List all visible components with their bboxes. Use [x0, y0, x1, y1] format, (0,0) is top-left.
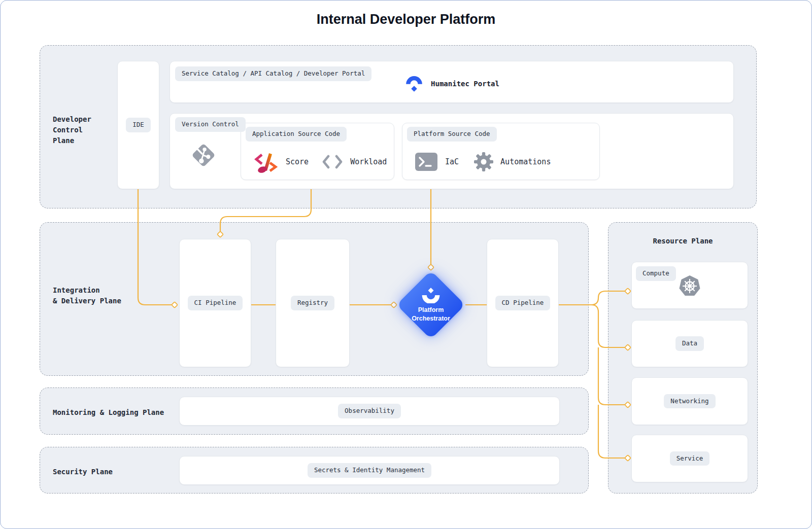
- compute-label: Compute: [636, 266, 676, 281]
- application-source-code-chip: Application Source Code: [246, 127, 347, 142]
- gear-icon: [474, 152, 493, 171]
- platform-orchestrator-node: PlatformOrchestrator: [396, 270, 465, 339]
- registry-node: Registry: [276, 239, 350, 367]
- service-label: Service: [670, 451, 710, 466]
- version-control-card: Version Control Application Source Code: [170, 113, 734, 189]
- resource-plane-title: Resource Plane: [608, 237, 758, 245]
- monitoring-plane-label: Monitoring & Logging Plane: [53, 407, 164, 418]
- cd-pipeline-node: CD Pipeline: [487, 239, 559, 367]
- automations-label: Automations: [500, 157, 551, 166]
- compute-node: Compute: [631, 262, 748, 309]
- integration-plane-label: Integration& Delivery Plane: [53, 285, 121, 306]
- service-node: Service: [631, 435, 748, 482]
- observability-node: Observability: [179, 397, 560, 426]
- ide-node: IDE: [117, 61, 159, 189]
- orchestrator-label: PlatformOrchestrator: [412, 306, 450, 323]
- git-icon: [189, 140, 218, 170]
- ide-label: IDE: [126, 118, 151, 132]
- secrets-label: Secrets & Identity Management: [308, 463, 431, 478]
- kubernetes-icon: [678, 274, 702, 298]
- developer-plane-label: DeveloperControlPlane: [53, 114, 91, 146]
- ci-pipeline-node: CI Pipeline: [179, 239, 251, 367]
- orchestrator-logo-icon: [420, 287, 442, 303]
- score-icon: [253, 150, 279, 173]
- networking-label: Networking: [664, 394, 715, 409]
- secrets-node: Secrets & Identity Management: [179, 456, 560, 485]
- platform-source-code-box: Platform Source Code IaC: [402, 123, 600, 180]
- iac-label: IaC: [445, 157, 459, 166]
- ci-pipeline-label: CI Pipeline: [188, 296, 243, 310]
- terminal-icon: [415, 152, 438, 171]
- data-label: Data: [675, 336, 704, 351]
- cd-pipeline-label: CD Pipeline: [495, 296, 551, 310]
- observability-label: Observability: [338, 404, 401, 418]
- portal-brand-label: Humanitec Portal: [431, 80, 499, 88]
- registry-label: Registry: [291, 296, 334, 310]
- workload-label: Workload: [350, 157, 387, 166]
- humanitec-logo-icon: [404, 73, 424, 95]
- diagram-canvas: Internal Developer Platform DeveloperCon…: [0, 0, 812, 529]
- platform-source-code-chip: Platform Source Code: [407, 127, 497, 142]
- code-brackets-icon: [322, 155, 343, 169]
- networking-node: Networking: [631, 377, 748, 425]
- portal-card: Service Catalog / API Catalog / Develope…: [170, 61, 734, 103]
- score-label: Score: [286, 157, 309, 166]
- security-plane-label: Security Plane: [53, 467, 113, 477]
- page-title: Internal Developer Platform: [1, 12, 811, 27]
- application-source-code-box: Application Source Code Score: [241, 123, 394, 180]
- version-control-chip: Version Control: [175, 117, 246, 132]
- data-node: Data: [631, 320, 748, 367]
- service-catalog-chip: Service Catalog / API Catalog / Develope…: [175, 66, 371, 81]
